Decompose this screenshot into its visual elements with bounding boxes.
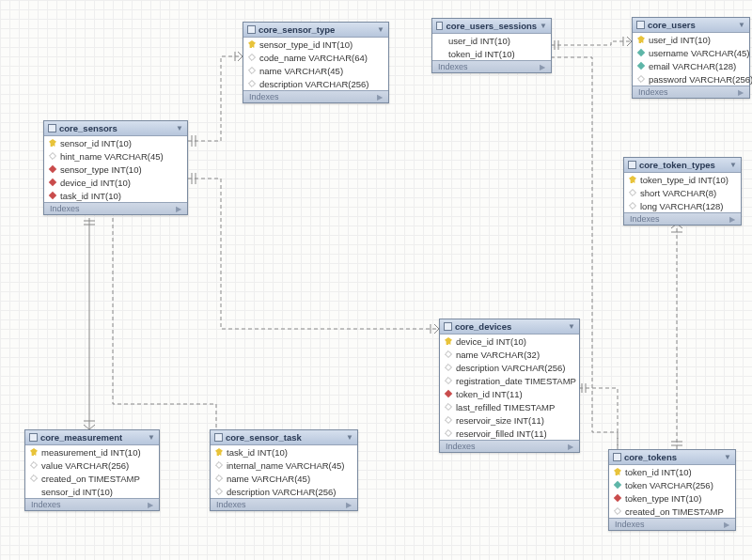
table-icon xyxy=(247,25,256,34)
column-row: token_id INT(10) xyxy=(432,47,551,60)
entity-core-measurement[interactable]: core_measurement ▼ measurement_id INT(10… xyxy=(24,429,160,511)
entity-footer[interactable]: Indexes▶ xyxy=(243,90,388,102)
key-icon xyxy=(629,176,636,183)
column-row: last_refilled TIMESTAMP xyxy=(440,400,579,413)
column-row: name VARCHAR(45) xyxy=(211,472,357,485)
diamond-icon xyxy=(637,62,645,70)
key-icon xyxy=(215,448,223,456)
entity-columns: token_id INT(10) token VARCHAR(256) toke… xyxy=(609,465,735,518)
column-row: reservoir_filled INT(11) xyxy=(440,427,579,440)
diamond-icon xyxy=(445,416,452,424)
column-row: created_on TIMESTAMP xyxy=(25,472,159,485)
diamond-icon xyxy=(629,189,636,196)
column-row: code_name VARCHAR(64) xyxy=(243,51,388,64)
chevron-down-icon: ▼ xyxy=(176,124,183,132)
entity-title: core_sensors xyxy=(59,123,118,133)
entity-columns: token_type_id INT(10) short VARCHAR(8) l… xyxy=(624,173,741,212)
entity-header[interactable]: core_sensor_type ▼ xyxy=(243,23,388,38)
table-icon xyxy=(29,433,38,442)
entity-header[interactable]: core_tokens ▼ xyxy=(609,450,735,465)
table-icon xyxy=(444,322,452,331)
diamond-icon xyxy=(445,429,452,437)
entity-columns: user_id INT(10) token_id INT(10) xyxy=(432,34,551,60)
diamond-icon xyxy=(614,481,621,489)
column-row: registration_date TIMESTAMP xyxy=(440,374,579,387)
diamond-icon xyxy=(445,364,452,371)
entity-columns: device_id INT(10) name VARCHAR(32) descr… xyxy=(440,334,579,440)
diamond-icon xyxy=(637,75,645,83)
diamond-icon xyxy=(629,202,636,210)
entity-core-users-sessions[interactable]: core_users_sessions ▼ user_id INT(10) to… xyxy=(431,18,552,73)
entity-footer[interactable]: Indexes▶ xyxy=(25,498,159,510)
entity-footer[interactable]: Indexes▶ xyxy=(44,202,187,214)
key-icon xyxy=(49,139,56,147)
entity-columns: user_id INT(10) username VARCHAR(45) ema… xyxy=(633,33,749,86)
entity-header[interactable]: core_token_types ▼ xyxy=(624,158,741,173)
entity-header[interactable]: core_measurement ▼ xyxy=(25,430,159,445)
chevron-right-icon: ▶ xyxy=(724,521,729,529)
entity-core-devices[interactable]: core_devices ▼ device_id INT(10) name VA… xyxy=(439,319,580,453)
diamond-icon xyxy=(49,165,56,173)
entity-columns: sensor_type_id INT(10) code_name VARCHAR… xyxy=(243,38,388,90)
diamond-icon xyxy=(614,494,621,502)
diamond-icon xyxy=(614,507,621,515)
entity-footer[interactable]: Indexes▶ xyxy=(211,498,357,510)
column-row: token_type INT(10) xyxy=(609,491,735,505)
entity-title: core_users_sessions xyxy=(446,21,537,31)
entity-core-token-types[interactable]: core_token_types ▼ token_type_id INT(10)… xyxy=(623,157,742,226)
entity-footer[interactable]: Indexes▶ xyxy=(609,518,735,530)
entity-header[interactable]: core_users ▼ xyxy=(633,18,749,33)
diamond-icon xyxy=(215,474,223,482)
diamond-icon xyxy=(248,54,256,61)
entity-header[interactable]: core_users_sessions ▼ xyxy=(432,19,551,34)
column-row: measurement_id INT(10) xyxy=(25,445,159,459)
diamond-icon xyxy=(215,488,223,495)
column-row: description VARCHAR(256) xyxy=(440,361,579,374)
key-icon xyxy=(614,468,621,475)
entity-footer[interactable]: Indexes▶ xyxy=(432,60,551,72)
diamond-icon xyxy=(30,474,38,482)
entity-core-users[interactable]: core_users ▼ user_id INT(10) username VA… xyxy=(632,17,750,99)
column-row: sensor_id INT(10) xyxy=(44,136,187,149)
entity-columns: task_id INT(10) internal_name VARCHAR(45… xyxy=(211,445,357,498)
entity-core-sensor-task[interactable]: core_sensor_task ▼ task_id INT(10) inter… xyxy=(210,429,358,511)
chevron-down-icon: ▼ xyxy=(724,453,731,461)
column-row: name VARCHAR(45) xyxy=(243,64,388,77)
chevron-right-icon: ▶ xyxy=(148,501,153,509)
diamond-icon xyxy=(445,350,452,358)
column-row: task_id INT(10) xyxy=(211,445,357,459)
chevron-right-icon: ▶ xyxy=(729,215,735,224)
chevron-down-icon: ▼ xyxy=(377,25,384,34)
column-row: token_id INT(11) xyxy=(440,387,579,400)
entity-core-tokens[interactable]: core_tokens ▼ token_id INT(10) token VAR… xyxy=(608,449,736,531)
column-row: sensor_type INT(10) xyxy=(44,163,187,176)
entity-header[interactable]: core_devices ▼ xyxy=(440,319,579,334)
column-row: long VARCHAR(128) xyxy=(624,199,741,212)
entity-title: core_sensor_task xyxy=(226,432,302,443)
entity-footer[interactable]: Indexes▶ xyxy=(633,86,749,98)
entity-title: core_measurement xyxy=(40,432,122,443)
column-row: sensor_type_id INT(10) xyxy=(243,38,388,51)
entity-columns: measurement_id INT(10) value VARCHAR(256… xyxy=(25,445,159,498)
column-row: token_id INT(10) xyxy=(609,465,735,478)
entity-core-sensor-type[interactable]: core_sensor_type ▼ sensor_type_id INT(10… xyxy=(243,22,389,103)
entity-footer[interactable]: Indexes▶ xyxy=(624,212,741,225)
chevron-down-icon: ▼ xyxy=(738,21,745,29)
diamond-icon xyxy=(248,67,256,74)
chevron-right-icon: ▶ xyxy=(568,443,573,451)
entity-header[interactable]: core_sensors ▼ xyxy=(44,121,187,136)
entity-header[interactable]: core_sensor_task ▼ xyxy=(211,430,357,445)
column-row: reservoir_size INT(11) xyxy=(440,413,579,427)
entity-columns: sensor_id INT(10) hint_name VARCHAR(45) … xyxy=(44,136,187,202)
table-icon xyxy=(613,453,621,461)
entity-core-sensors[interactable]: core_sensors ▼ sensor_id INT(10) hint_na… xyxy=(43,120,188,215)
column-row: description VARCHAR(256) xyxy=(243,77,388,90)
key-icon xyxy=(30,448,38,456)
column-row: name VARCHAR(32) xyxy=(440,348,579,361)
table-icon xyxy=(628,161,636,169)
diamond-icon xyxy=(445,377,452,384)
entity-footer[interactable]: Indexes▶ xyxy=(440,440,579,452)
table-icon xyxy=(48,124,56,132)
entity-title: core_token_types xyxy=(639,160,715,170)
column-row: created_on TIMESTAMP xyxy=(609,505,735,518)
